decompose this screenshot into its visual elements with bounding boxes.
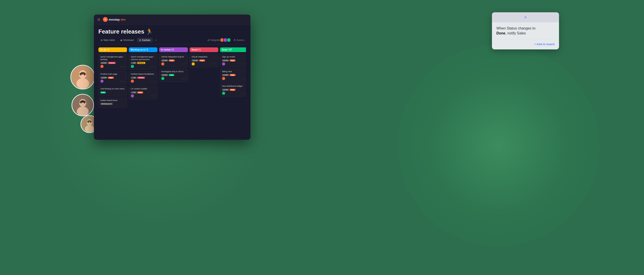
card-tags: 2.5 SP Low [161,74,186,76]
priority-tag: High [230,74,236,76]
priority-tag: Medium [137,62,145,64]
card-tags: 0.5 SP Critical [100,62,125,64]
card-product-main[interactable]: Product main page 1.5 SP High 1 ○ 2 ⎌ [98,71,127,84]
card-usertesting[interactable]: UserTesting on more menu Low [98,86,127,96]
priority-tag: Critical [137,77,145,79]
kanban-board: To do / 4 Sprint management gaps - backl… [98,48,246,139]
card-github-bug[interactable]: GitHub integration bug fix 2.5 SP High ○… [159,54,188,67]
card-footer: ○ ○ ○ ⎌ [131,80,156,83]
column-done: Done / 37 Sign up modal 2.5 SP High ○ ○ … [220,48,246,139]
svg-point-4 [84,74,86,76]
svg-point-12 [85,125,94,132]
avatar-2 [72,94,94,116]
card-tags: Working on it [100,103,125,105]
card-signup-modal[interactable]: Sign up modal 2.5 SP High ○ ○ ○ ⎌ [220,54,246,67]
card-avatar [222,92,225,95]
col-header-done: Done / 37 [220,48,246,52]
card-gitlab[interactable]: GitLab integration 2.5 SP High ○ ○ ○ ⎌ [190,54,218,67]
svg-point-9 [84,102,85,104]
tab-workload[interactable]: ◉ Workload [118,38,136,42]
card-billing-infra[interactable]: Billing infra 2.5 SP High ○ ○ ○ ⎌ [220,69,246,82]
logo-icon: M [103,17,108,22]
card-footer: ○ ○ ○ ⎌ [222,62,246,66]
card-icons: ○ ○ 1 ⎌ [120,66,125,67]
popup-divider [496,40,554,40]
board-content: Feature releases 🏃 ⊞ Main table ◉ Worklo… [94,24,250,140]
card-footer: ○ ○ 1 ⎌ [100,65,125,68]
priority-tag: Low [169,74,174,76]
priority-tag: High [199,60,205,62]
add-tab-button[interactable]: + [154,38,158,42]
card-avatar [100,80,104,83]
priority-tag: High [169,60,175,62]
card-kanban-layout[interactable]: Kanban layout breakdown -- SP Critical ○… [129,71,158,84]
card-tags: 2.5 SP High [222,74,246,76]
app-name: monday dev [109,18,126,21]
tab-kanban[interactable]: ⊡ Kanban [137,38,153,42]
sp-tag: 2.5 SP [161,60,168,62]
integrate-button[interactable]: ⇄ Integrate [208,39,220,42]
card-footer: ○ ○ ○ ⎌ [192,62,216,66]
card-delete-linked[interactable]: Delete linked items Working on it [98,98,127,108]
card-footer: ○ ○ ○ ⎌ [222,92,246,95]
card-avatar [161,62,164,66]
card-dashboard-widget[interactable]: New dashboard widget 2.5 SP High ○ ○ ○ ⎌ [220,83,246,96]
app-logo: M monday dev [103,17,126,22]
priority-tag: Critical [108,62,116,64]
board-title: Feature releases 🏃 [98,28,246,35]
card-sprint-columns[interactable]: Sprint management gaps - columns permiss… [129,54,158,70]
card-footer: 1 ○ 2 ⎌ [100,80,125,83]
add-to-board-button[interactable]: + Add to board [496,42,554,46]
priority-tag: High [230,89,236,91]
card-icons: ○ ○ ○ ⎌ [150,95,156,96]
sp-tag: 1.5 SP [100,77,107,79]
card-investigate-dau[interactable]: Investigate drop in 4DAU 2.5 SP Low ○ ○ … [159,69,188,82]
sp-tag: -- SP [131,62,137,64]
svg-point-2 [76,78,89,89]
card-avatar [192,62,195,66]
sp-tag: 2.5 SP [222,60,229,62]
card-icons: ○ ○ ○ ⎌ [150,80,156,82]
column-review: In review / 2 GitHub integration bug fix… [159,48,188,139]
svg-point-13 [88,122,89,123]
table-icon: ⊞ [100,39,102,41]
sp-tag: 2.5 SP [161,74,168,76]
priority-tag: High [108,77,114,79]
card-avatar [131,94,134,98]
card-icons: ○ ○ ○ ⎌ [242,92,246,94]
tabs-bar: ⊞ Main table ◉ Workload ⊡ Kanban + ⇄ Int… [98,38,246,44]
kanban-icon: ⊡ [139,39,141,41]
priority-tag: Low [100,92,106,94]
card-tags: 2.5 SP High [192,60,216,62]
svg-point-8 [80,102,82,104]
status-tag: Working on it [100,103,113,105]
card-tags: 2.5 SP High [222,89,246,91]
col-header-review: In review / 2 [159,48,188,52]
column-todo: To do / 4 Sprint management gaps - backl… [98,48,127,139]
svg-point-6 [79,99,86,107]
popup-text: When Status changes to Done, notify Sale… [496,26,554,36]
card-sprint-backlog[interactable]: Sprint management gaps - backlog 0.5 SP … [98,54,127,70]
card-icons: ○ ○ ○ ⎌ [242,78,246,79]
card-avatar [131,65,134,68]
card-icons: 1 ○ 2 ⎌ [120,80,125,82]
column-stuck: Stuck / 1 GitLab integration 2.5 SP High… [190,48,218,139]
grid-icon[interactable]: ⊞ [98,18,100,21]
card-footer: ○ ○ ○ ⎌ [161,77,186,80]
sp-tag: 2.5 SP [222,89,229,91]
tab-main-table[interactable]: ⊞ Main table [98,38,117,42]
card-lp-content[interactable]: LP content update -- SP High ○ ○ ○ ⎌ [129,86,158,99]
main-window: ⊞ M monday dev Feature releases 🏃 ⊞ Main… [94,14,250,140]
col-header-stuck: Stuck / 1 [190,48,218,52]
card-avatar [131,80,134,83]
card-tags: -- SP Critical [131,77,156,79]
svg-point-3 [80,74,82,76]
card-avatar [161,77,164,80]
user-avatars [221,38,231,42]
card-avatar [222,77,225,80]
card-footer: ○ ○ 1 ⎌ [131,65,156,68]
card-avatar [100,65,104,68]
automate-button[interactable]: ⚙ Autom... [234,39,246,42]
avatar-1 [70,65,95,90]
col-header-working: Working on it / 5 [129,48,158,52]
